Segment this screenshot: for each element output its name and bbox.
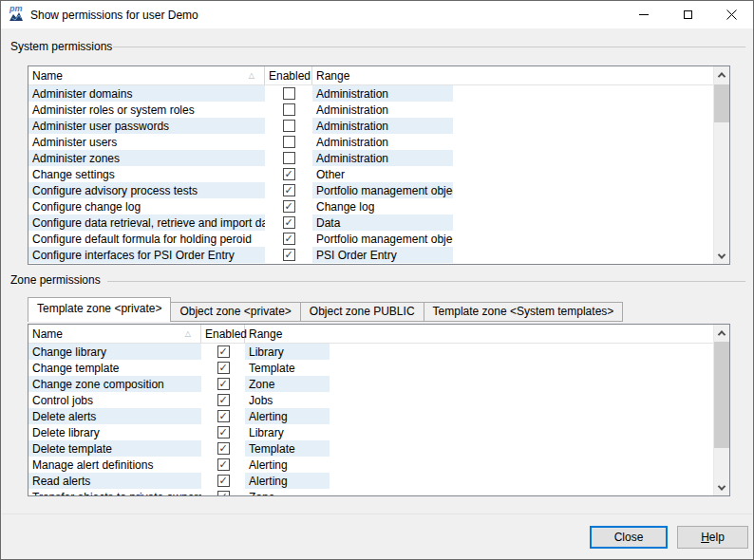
enabled-checkbox[interactable] <box>283 184 295 196</box>
scrollbar-thumb[interactable] <box>714 84 729 122</box>
permission-range: Portfolio management objects <box>312 231 453 247</box>
table-row[interactable] <box>28 263 729 265</box>
enabled-checkbox[interactable] <box>283 249 295 261</box>
permission-name: Manage alert definitions <box>28 457 201 473</box>
enabled-checkbox[interactable] <box>217 442 230 455</box>
enabled-checkbox[interactable] <box>217 475 230 487</box>
table-row[interactable]: Transfer objects to private ownership Zo… <box>28 489 729 496</box>
system-header-name[interactable]: Name △ <box>28 66 265 84</box>
table-row[interactable]: Read alerts Alerting <box>28 473 729 489</box>
close-button[interactable]: Close <box>590 526 668 549</box>
table-row[interactable]: Administer roles or system roles Adminis… <box>28 102 729 118</box>
system-table-body: Administer domains Administration Admini… <box>28 85 729 265</box>
enabled-checkbox[interactable] <box>217 362 230 374</box>
table-row[interactable]: Administer zones Administration <box>28 150 729 166</box>
table-row[interactable]: Configure interfaces for PSI Order Entry… <box>28 247 729 263</box>
app-icon-text: pm <box>9 5 23 13</box>
table-row[interactable]: Configure data retrieval, retrieve and i… <box>28 215 729 231</box>
enabled-checkbox[interactable] <box>217 410 230 422</box>
scroll-down-button[interactable] <box>714 248 729 264</box>
sort-ascending-icon: △ <box>249 72 254 80</box>
system-table-scrollbar[interactable] <box>713 66 729 264</box>
permission-name: Delete library <box>28 424 201 440</box>
zone-permissions-group-line <box>107 281 745 282</box>
table-row[interactable]: Control jobs Jobs <box>28 392 729 408</box>
enabled-checkbox[interactable] <box>217 378 230 390</box>
table-row[interactable]: Delete library Library <box>28 424 729 440</box>
zone-header-range[interactable]: Range <box>245 325 330 343</box>
scroll-up-button[interactable] <box>714 66 729 83</box>
table-row[interactable]: Change library Library <box>28 344 729 360</box>
permission-name: Change zone composition <box>28 376 201 392</box>
zone-header-name[interactable]: Name △ <box>28 325 201 343</box>
zone-tab[interactable]: Object zone <private> <box>171 302 300 322</box>
enabled-checkbox[interactable] <box>283 216 295 229</box>
enabled-checkbox[interactable] <box>283 200 295 213</box>
permission-range: Administration <box>312 150 453 166</box>
zone-tab[interactable]: Template zone <private> <box>28 297 171 322</box>
enabled-checkbox[interactable] <box>217 491 230 496</box>
enabled-checkbox[interactable] <box>283 233 295 245</box>
table-row[interactable]: Delete alerts Alerting <box>28 408 729 424</box>
help-button[interactable]: Help <box>677 526 748 549</box>
system-header-enabled[interactable]: Enabled <box>265 66 312 84</box>
enabled-checkbox[interactable] <box>283 168 295 180</box>
table-row[interactable]: Delete template Template <box>28 440 729 457</box>
zone-tab[interactable]: Template zone <System templates> <box>424 302 624 322</box>
footer-separator <box>2 513 752 514</box>
permission-name: Delete template <box>28 440 201 457</box>
enabled-cell <box>265 150 312 166</box>
permission-name: Change template <box>28 360 201 376</box>
scrollbar-thumb[interactable] <box>714 342 729 448</box>
enabled-checkbox[interactable] <box>283 103 295 116</box>
maximize-button[interactable] <box>666 1 709 28</box>
enabled-cell <box>201 376 245 392</box>
zone-table-scrollbar[interactable] <box>713 325 729 495</box>
zone-table-header: Name △ Enabled Range <box>28 325 729 344</box>
permission-name: Delete alerts <box>28 408 201 424</box>
enabled-checkbox[interactable] <box>283 87 295 100</box>
minimize-button[interactable] <box>622 1 666 28</box>
permission-range: Library <box>245 344 330 360</box>
table-row[interactable]: Administer user passwords Administration <box>28 118 729 134</box>
table-row[interactable]: Manage alert definitions Alerting <box>28 457 729 473</box>
table-row[interactable]: Configure change log Change log <box>28 198 729 215</box>
permission-range: Template <box>245 360 330 376</box>
table-row[interactable]: Configure default formula for holding pe… <box>28 231 729 247</box>
zone-header-enabled[interactable]: Enabled <box>201 325 245 343</box>
title-bar[interactable]: pm Show permissions for user Demo <box>1 1 753 28</box>
table-row[interactable]: Change template Template <box>28 360 729 376</box>
enabled-checkbox[interactable] <box>283 136 295 148</box>
enabled-checkbox[interactable] <box>217 458 230 471</box>
permission-name: Administer zones <box>28 150 265 166</box>
scroll-down-button[interactable] <box>714 479 729 495</box>
minimize-icon <box>639 14 649 15</box>
enabled-checkbox[interactable] <box>283 120 295 132</box>
permission-name <box>28 263 265 265</box>
permission-name: Configure default formula for holding pe… <box>28 231 265 247</box>
enabled-cell <box>201 440 245 457</box>
system-permissions-group-label: System permissions <box>10 40 112 53</box>
enabled-cell <box>265 231 312 247</box>
enabled-checkbox[interactable] <box>217 426 230 439</box>
permission-name: Control jobs <box>28 392 201 408</box>
enabled-checkbox[interactable] <box>217 394 230 406</box>
zone-permissions-table: Name △ Enabled Range Change library Libr… <box>28 324 730 496</box>
table-row[interactable]: Change zone composition Zone <box>28 376 729 392</box>
table-row[interactable]: Change settings Other <box>28 166 729 182</box>
table-row[interactable]: Administer users Administration <box>28 134 729 150</box>
system-header-range[interactable]: Range <box>312 66 453 84</box>
close-window-button[interactable] <box>709 1 753 28</box>
table-row[interactable]: Administer domains Administration <box>28 85 729 102</box>
system-permissions-table: Name △ Enabled Range Administer domains … <box>28 65 730 265</box>
enabled-checkbox[interactable] <box>283 152 295 164</box>
scroll-up-button[interactable] <box>714 325 729 341</box>
zone-tab[interactable]: Object zone PUBLIC <box>301 302 424 322</box>
enabled-checkbox[interactable] <box>217 345 230 358</box>
table-row[interactable]: Configure advisory process tests Portfol… <box>28 182 729 198</box>
permission-range: Zone <box>245 376 330 392</box>
permission-name: Administer user passwords <box>28 118 265 134</box>
enabled-cell <box>265 198 312 215</box>
enabled-cell <box>265 166 312 182</box>
dialog-window: pm Show permissions for user Demo System… <box>0 0 754 560</box>
